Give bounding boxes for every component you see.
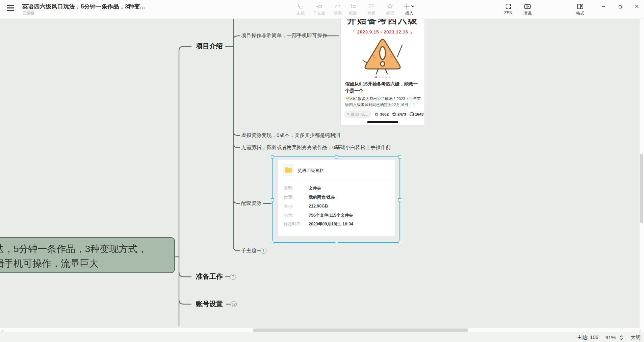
topic-button[interactable]: 主题 [291,2,310,16]
topic-icon [291,2,310,10]
post-image-topic[interactable]: 开始备考四六级 「 2023.9.15～2023.12.16 」 假如从9.15… [341,19,424,125]
folder-icon [284,167,292,173]
document-title: 英语四六级风口玩法，5分钟一条作品，3种变... [22,3,145,10]
collect-counter[interactable]: 2473 [391,112,406,117]
file-info-card[interactable]: 英语四级资料 类型: 文件夹 位置: 我的网盘/荔枝 大小: 212.90GB … [278,160,395,237]
file-name: 英语四级资料 [298,168,324,174]
boundary-button[interactable]: 外框 [362,2,381,16]
resize-handle-s[interactable] [335,241,338,244]
resize-handle-w[interactable] [271,198,274,201]
outline-mode-button[interactable]: 大纲 [630,334,641,341]
carousel-dots[interactable] [341,76,424,78]
summary-button[interactable]: 概要 [343,2,362,16]
zoom-level: 91% [606,335,616,340]
topic-no-editing[interactable]: 无需剪辑，截图或者用美图秀秀做作品，0基础小白轻松上手操作前 [241,144,391,151]
topic-easy-operation[interactable]: 项目操作非常简单，一部手机即可操作 [241,32,327,39]
topic-bundled-resource[interactable]: 配套资源 [241,200,261,206]
collapse-badge-preparation[interactable]: 7 [230,274,236,280]
collapse-badge-subtopic[interactable]: 1 [260,248,266,254]
zen-icon [498,2,518,10]
insert-plus-icon [400,2,419,10]
star-icon [391,112,397,117]
post-engagement-row: ✎ 说点什么... 3662 2473 [344,110,421,118]
topic-count: 主题: 106 [577,334,598,341]
file-row-location: 位置: 我的网盘/荔枝 [284,195,391,201]
file-row-modified: 修改时间: 2023年09月18日, 16:34 [284,221,391,227]
topic-account-setup[interactable]: 账号设置 [196,299,223,309]
like-counter[interactable]: 3662 [374,112,389,117]
play-icon [517,2,538,10]
horizontal-scrollbar-thumb[interactable] [253,328,468,332]
scroll-right-arrow[interactable]: › [639,328,641,333]
post-date-range: 「 2023.9.15～2023.12.16 」 [341,29,424,35]
minimize-button[interactable] [596,0,611,13]
collapse-badge-account[interactable]: 12 [231,301,237,307]
restore-button[interactable] [613,0,627,13]
horizontal-scrollbar[interactable]: ‹ › [0,328,644,333]
resize-handle-n[interactable] [335,155,338,158]
post-headline: 开始备考四六级 [341,19,424,26]
file-row-type: 类型: 文件夹 [284,186,391,192]
home-indicator [367,121,398,123]
boundary-icon [362,2,381,10]
topic-preparation[interactable]: 准备工作 [196,272,223,281]
summary-icon [343,2,362,10]
resize-handle-se[interactable] [398,241,401,244]
comment-counter[interactable]: 1643 [409,112,424,117]
format-icon [570,2,590,10]
insert-button[interactable]: 插入 [400,2,419,16]
resize-handle-e[interactable] [398,198,401,201]
vertical-scrollbar[interactable] [640,19,644,328]
central-topic[interactable]: 法，5分钟一条作品，3种变现方式， 辑手机可操作，流量巨大 [0,237,175,273]
resize-handle-sw[interactable] [271,241,274,244]
subtopic-button[interactable]: 子主题 [310,2,329,16]
close-button[interactable] [630,0,644,13]
marker-icon [381,2,400,10]
comment-bubble-icon [409,112,414,117]
presentation-button[interactable]: 演说 [517,2,538,16]
heart-icon [374,112,379,117]
folder-icon-chip [283,164,294,176]
file-row-size: 大小: 212.90GB [284,204,391,210]
post-description: 🌱相信很多人都已经了解吧！2023下半年英语四六级考试时间已确定为12月16日！… [345,96,421,108]
post-title: 假如从9.15开始备考四六级，能救一个是一个 [345,81,420,95]
topic-virtual-resource[interactable]: 虚拟资源变现，0成本，卖多卖少都是纯利润 [241,132,340,139]
menu-icon[interactable] [7,5,14,11]
subtopic-icon [310,2,329,10]
zen-mode-button[interactable]: ZEN [498,2,518,15]
comment-input-pill[interactable]: ✎ 说点什么... [344,111,371,118]
divider [282,180,391,180]
scroll-left-arrow[interactable]: ‹ [2,328,3,333]
central-topic-line1: 法，5分钟一条作品，3种变现方式， [0,242,171,256]
document-save-status: 已编辑 [23,10,35,16]
topic-project-intro[interactable]: 项目介绍 [196,42,223,51]
zoom-stepper-icon[interactable] [619,335,623,341]
status-bar: 主题: 106 91% 大纲 [0,333,644,342]
central-topic-line2: 辑手机可操作，流量巨大 [0,256,171,271]
marker-button[interactable]: 标记 [381,2,400,16]
resize-handle-nw[interactable] [271,155,274,158]
divider [627,335,627,340]
mindmap-canvas[interactable]: 法，5分钟一条作品，3种变现方式， 辑手机可操作，流量巨大 项目介绍 准备工作 … [0,19,644,328]
warning-triangle-mascot [362,35,404,77]
file-row-contains: 包含: 756个文件,115个文件夹 [284,213,391,219]
title-bar: 英语四六级风口玩法，5分钟一条作品，3种变... 已编辑 主题 子主题 联系 概… [0,0,644,19]
resize-handle-ne[interactable] [398,155,401,158]
vertical-scrollbar-thumb[interactable] [640,154,643,223]
format-panel-button[interactable]: 格式 [570,2,590,16]
pencil-icon: ✎ [347,112,351,116]
topic-subtopic[interactable]: 子主题 [241,247,256,254]
divider [602,335,602,340]
